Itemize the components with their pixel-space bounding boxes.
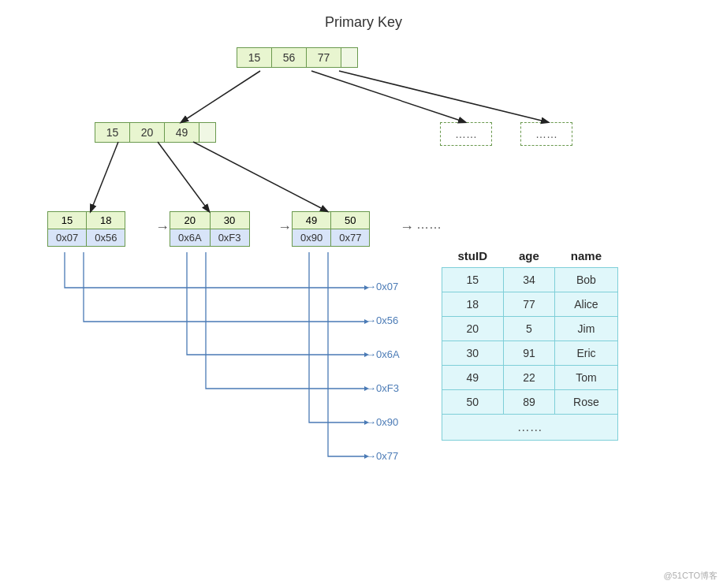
root-node: 15 56 77 [237, 47, 358, 68]
leaf2-col2: 30 0xF3 [211, 212, 249, 246]
cell-stuid: 49 [442, 366, 504, 390]
cell-stuid: 18 [442, 292, 504, 317]
leaf1-col2-top: 18 [87, 212, 125, 229]
db-table: stuID age name 15 34 Bob 18 77 Alice 20 … [442, 244, 618, 441]
root-cell-1: 15 [237, 48, 272, 67]
l1-cell-1: 15 [95, 123, 130, 142]
addr-0x56: →0x56 [366, 314, 398, 326]
addr-0x77: →0x77 [366, 450, 398, 462]
leaf-arrow-3: → [400, 219, 414, 236]
cell-name: Jim [555, 317, 617, 341]
cell-name: Eric [555, 341, 617, 366]
cell-name: Tom [555, 366, 617, 390]
watermark: @51CTO博客 [664, 570, 718, 582]
cell-name: Alice [555, 292, 617, 317]
table-row: 20 5 Jim [442, 317, 618, 341]
cell-age: 34 [503, 268, 555, 292]
dashed-node-2: …… [520, 122, 572, 146]
leaf3-col1-bottom: 0x90 [293, 229, 330, 246]
addr-0x6A: →0x6A [366, 348, 400, 360]
arrows-svg [0, 0, 727, 588]
leaf1-col1: 15 0x07 [48, 212, 87, 246]
canvas: Primary Key 15 56 77 15 20 49 …… …… 15 0… [0, 0, 727, 588]
cell-age: 5 [503, 317, 555, 341]
level1-node-left: 15 20 49 [95, 122, 216, 143]
l1-cell-2: 20 [130, 123, 165, 142]
leaf-node-2: 20 0x6A 30 0xF3 [170, 211, 250, 247]
leaf1-col2-bottom: 0x56 [87, 229, 125, 246]
table-ellipsis-row: …… [442, 415, 618, 441]
addr-0xF3: →0xF3 [366, 382, 399, 394]
cell-age: 91 [503, 341, 555, 366]
leaf2-col1: 20 0x6A [170, 212, 211, 246]
cell-stuid: 20 [442, 317, 504, 341]
col-name: name [555, 244, 617, 268]
table-row: 50 89 Rose [442, 390, 618, 415]
cell-age: 77 [503, 292, 555, 317]
col-age: age [503, 244, 555, 268]
leaf2-col1-bottom: 0x6A [170, 229, 210, 246]
cell-age: 22 [503, 366, 555, 390]
svg-line-4 [158, 142, 209, 211]
leaf3-col2-top: 50 [331, 212, 369, 229]
leaf-arrow-2: → [278, 219, 292, 236]
leaf3-col1: 49 0x90 [293, 212, 331, 246]
leaf3-col1-top: 49 [293, 212, 330, 229]
svg-line-2 [339, 71, 548, 122]
table-row: 30 91 Eric [442, 341, 618, 366]
leaf-ellipsis: …… [416, 218, 442, 232]
cell-name: Rose [555, 390, 617, 415]
cell-age: 89 [503, 390, 555, 415]
leaf3-col2-bottom: 0x77 [331, 229, 369, 246]
addr-0x90: →0x90 [366, 416, 398, 428]
table-ellipsis: …… [442, 415, 618, 441]
col-stuid: stuID [442, 244, 504, 268]
root-cell-3: 77 [307, 48, 341, 67]
svg-line-1 [311, 71, 465, 122]
addr-0x07: →0x07 [366, 281, 398, 292]
leaf3-col2: 50 0x77 [331, 212, 369, 246]
svg-line-0 [181, 71, 260, 122]
table-row: 15 34 Bob [442, 268, 618, 292]
leaf-node-1: 15 0x07 18 0x56 [47, 211, 125, 247]
page-title: Primary Key [0, 14, 727, 31]
leaf1-col1-top: 15 [48, 212, 86, 229]
cell-stuid: 50 [442, 390, 504, 415]
leaf2-col2-top: 30 [211, 212, 249, 229]
leaf-arrow-1: → [155, 219, 170, 236]
root-cell-2: 56 [272, 48, 307, 67]
leaf2-col1-top: 20 [170, 212, 210, 229]
svg-line-3 [91, 142, 118, 211]
cell-name: Bob [555, 268, 617, 292]
cell-stuid: 15 [442, 268, 504, 292]
cell-stuid: 30 [442, 341, 504, 366]
leaf-node-3: 49 0x90 50 0x77 [292, 211, 370, 247]
leaf1-col2: 18 0x56 [87, 212, 125, 246]
svg-line-5 [193, 142, 327, 211]
leaf2-col2-bottom: 0xF3 [211, 229, 249, 246]
table-row: 49 22 Tom [442, 366, 618, 390]
l1-cell-4 [199, 123, 215, 142]
table-row: 18 77 Alice [442, 292, 618, 317]
dashed-node-1: …… [440, 122, 492, 146]
root-cell-4 [341, 48, 357, 67]
l1-cell-3: 49 [165, 123, 199, 142]
leaf1-col1-bottom: 0x07 [48, 229, 86, 246]
